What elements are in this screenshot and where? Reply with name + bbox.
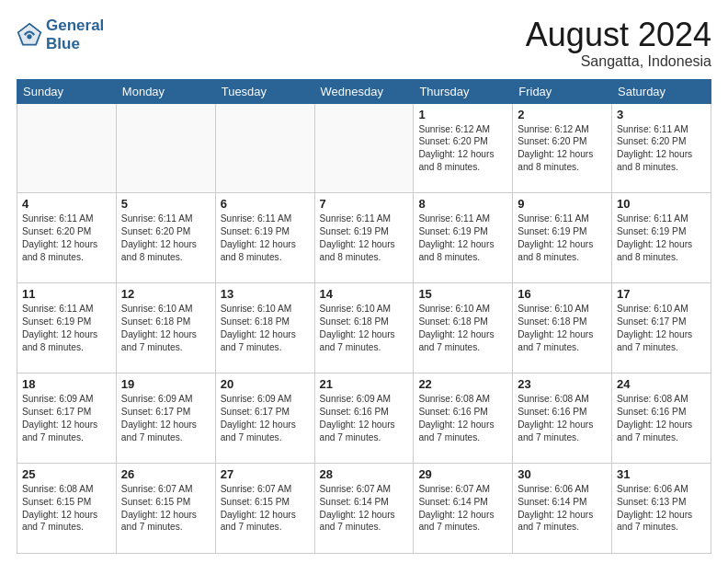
calendar-week-row: 11Sunrise: 6:11 AMSunset: 6:19 PMDayligh… [17,283,711,373]
calendar-cell: 2Sunrise: 6:12 AMSunset: 6:20 PMDaylight… [513,103,612,193]
calendar-cell: 1Sunrise: 6:12 AMSunset: 6:20 PMDaylight… [414,103,513,193]
calendar-cell [314,103,414,193]
cell-info: Sunrise: 6:09 AMSunset: 6:17 PMDaylight:… [22,393,111,443]
day-number: 12 [121,287,210,301]
calendar-cell: 10Sunrise: 6:11 AMSunset: 6:19 PMDayligh… [612,193,711,283]
cell-info: Sunrise: 6:08 AMSunset: 6:16 PMDaylight:… [518,393,607,443]
calendar-cell: 7Sunrise: 6:11 AMSunset: 6:19 PMDaylight… [314,193,414,283]
page: General Blue August 2024 Sangatta, Indon… [0,0,728,563]
calendar-cell: 19Sunrise: 6:09 AMSunset: 6:17 PMDayligh… [116,373,215,464]
calendar-cell: 23Sunrise: 6:08 AMSunset: 6:16 PMDayligh… [513,373,612,464]
day-number: 25 [22,467,111,481]
calendar-cell: 13Sunrise: 6:10 AMSunset: 6:18 PMDayligh… [215,283,314,373]
cell-info: Sunrise: 6:11 AMSunset: 6:20 PMDaylight:… [22,213,111,263]
svg-point-3 [27,34,31,39]
logo-icon [17,22,42,48]
cell-info: Sunrise: 6:09 AMSunset: 6:17 PMDaylight:… [221,393,310,443]
day-number: 27 [221,467,310,481]
day-number: 29 [418,467,507,481]
day-number: 24 [617,377,706,391]
calendar-cell [116,103,215,193]
day-number: 20 [221,377,310,391]
day-number: 5 [121,197,210,211]
header-thursday: Thursday [414,79,513,103]
cell-info: Sunrise: 6:12 AMSunset: 6:20 PMDaylight:… [518,123,607,174]
header-tuesday: Tuesday [215,79,314,103]
cell-info: Sunrise: 6:10 AMSunset: 6:18 PMDaylight:… [518,303,607,353]
calendar-cell: 11Sunrise: 6:11 AMSunset: 6:19 PMDayligh… [17,283,117,373]
calendar-table: Sunday Monday Tuesday Wednesday Thursday… [17,79,711,554]
cell-info: Sunrise: 6:11 AMSunset: 6:19 PMDaylight:… [518,213,607,263]
calendar-cell: 14Sunrise: 6:10 AMSunset: 6:18 PMDayligh… [314,283,414,373]
cell-info: Sunrise: 6:10 AMSunset: 6:18 PMDaylight:… [320,303,409,353]
cell-info: Sunrise: 6:08 AMSunset: 6:15 PMDaylight:… [22,483,111,534]
day-number: 19 [121,377,210,391]
cell-info: Sunrise: 6:06 AMSunset: 6:13 PMDaylight:… [617,483,706,534]
month-year: August 2024 [526,17,711,53]
day-number: 18 [22,377,111,391]
header-monday: Monday [116,79,215,103]
header-saturday: Saturday [612,79,711,103]
logo-text: General Blue [46,17,104,52]
calendar-cell: 28Sunrise: 6:07 AMSunset: 6:14 PMDayligh… [314,464,414,554]
cell-info: Sunrise: 6:10 AMSunset: 6:18 PMDaylight:… [221,303,310,353]
logo: General Blue [17,17,104,52]
cell-info: Sunrise: 6:07 AMSunset: 6:15 PMDaylight:… [221,483,310,534]
calendar-cell: 20Sunrise: 6:09 AMSunset: 6:17 PMDayligh… [215,373,314,464]
cell-info: Sunrise: 6:09 AMSunset: 6:16 PMDaylight:… [320,393,409,443]
calendar-week-row: 1Sunrise: 6:12 AMSunset: 6:20 PMDaylight… [17,103,711,193]
calendar-cell [215,103,314,193]
cell-info: Sunrise: 6:06 AMSunset: 6:14 PMDaylight:… [518,483,607,534]
location: Sangatta, Indonesia [526,53,711,70]
calendar-cell: 9Sunrise: 6:11 AMSunset: 6:19 PMDaylight… [513,193,612,283]
day-number: 10 [617,197,706,211]
cell-info: Sunrise: 6:07 AMSunset: 6:15 PMDaylight:… [121,483,210,534]
day-number: 28 [320,467,409,481]
cell-info: Sunrise: 6:11 AMSunset: 6:20 PMDaylight:… [617,123,706,174]
calendar-cell: 16Sunrise: 6:10 AMSunset: 6:18 PMDayligh… [513,283,612,373]
calendar-cell: 25Sunrise: 6:08 AMSunset: 6:15 PMDayligh… [17,464,117,554]
weekday-header-row: Sunday Monday Tuesday Wednesday Thursday… [17,79,711,103]
day-number: 13 [221,287,310,301]
day-number: 11 [22,287,111,301]
calendar-cell: 30Sunrise: 6:06 AMSunset: 6:14 PMDayligh… [513,464,612,554]
day-number: 3 [617,108,706,121]
day-number: 7 [320,197,409,211]
calendar-cell: 21Sunrise: 6:09 AMSunset: 6:16 PMDayligh… [314,373,414,464]
calendar-cell: 6Sunrise: 6:11 AMSunset: 6:19 PMDaylight… [215,193,314,283]
calendar-cell: 29Sunrise: 6:07 AMSunset: 6:14 PMDayligh… [414,464,513,554]
day-number: 17 [617,287,706,301]
cell-info: Sunrise: 6:07 AMSunset: 6:14 PMDaylight:… [320,483,409,534]
cell-info: Sunrise: 6:12 AMSunset: 6:20 PMDaylight:… [418,123,507,174]
cell-info: Sunrise: 6:11 AMSunset: 6:20 PMDaylight:… [121,213,210,263]
cell-info: Sunrise: 6:10 AMSunset: 6:18 PMDaylight:… [418,303,507,353]
day-number: 4 [22,197,111,211]
cell-info: Sunrise: 6:10 AMSunset: 6:17 PMDaylight:… [617,303,706,353]
cell-info: Sunrise: 6:11 AMSunset: 6:19 PMDaylight:… [221,213,310,263]
day-number: 30 [518,467,607,481]
calendar-cell: 17Sunrise: 6:10 AMSunset: 6:17 PMDayligh… [612,283,711,373]
cell-info: Sunrise: 6:11 AMSunset: 6:19 PMDaylight:… [418,213,507,263]
header-wednesday: Wednesday [314,79,414,103]
calendar-week-row: 18Sunrise: 6:09 AMSunset: 6:17 PMDayligh… [17,373,711,464]
cell-info: Sunrise: 6:09 AMSunset: 6:17 PMDaylight:… [121,393,210,443]
day-number: 26 [121,467,210,481]
calendar-cell: 3Sunrise: 6:11 AMSunset: 6:20 PMDaylight… [612,103,711,193]
day-number: 16 [518,287,607,301]
calendar-cell: 12Sunrise: 6:10 AMSunset: 6:18 PMDayligh… [116,283,215,373]
calendar-cell: 15Sunrise: 6:10 AMSunset: 6:18 PMDayligh… [414,283,513,373]
calendar-cell: 18Sunrise: 6:09 AMSunset: 6:17 PMDayligh… [17,373,117,464]
calendar-cell: 26Sunrise: 6:07 AMSunset: 6:15 PMDayligh… [116,464,215,554]
cell-info: Sunrise: 6:11 AMSunset: 6:19 PMDaylight:… [320,213,409,263]
cell-info: Sunrise: 6:08 AMSunset: 6:16 PMDaylight:… [418,393,507,443]
calendar-cell: 24Sunrise: 6:08 AMSunset: 6:16 PMDayligh… [612,373,711,464]
header-sunday: Sunday [17,79,117,103]
header: General Blue August 2024 Sangatta, Indon… [17,17,711,70]
calendar-cell: 4Sunrise: 6:11 AMSunset: 6:20 PMDaylight… [17,193,117,283]
cell-info: Sunrise: 6:10 AMSunset: 6:18 PMDaylight:… [121,303,210,353]
day-number: 14 [320,287,409,301]
header-friday: Friday [513,79,612,103]
cell-info: Sunrise: 6:11 AMSunset: 6:19 PMDaylight:… [617,213,706,263]
calendar-cell: 22Sunrise: 6:08 AMSunset: 6:16 PMDayligh… [414,373,513,464]
day-number: 9 [518,197,607,211]
